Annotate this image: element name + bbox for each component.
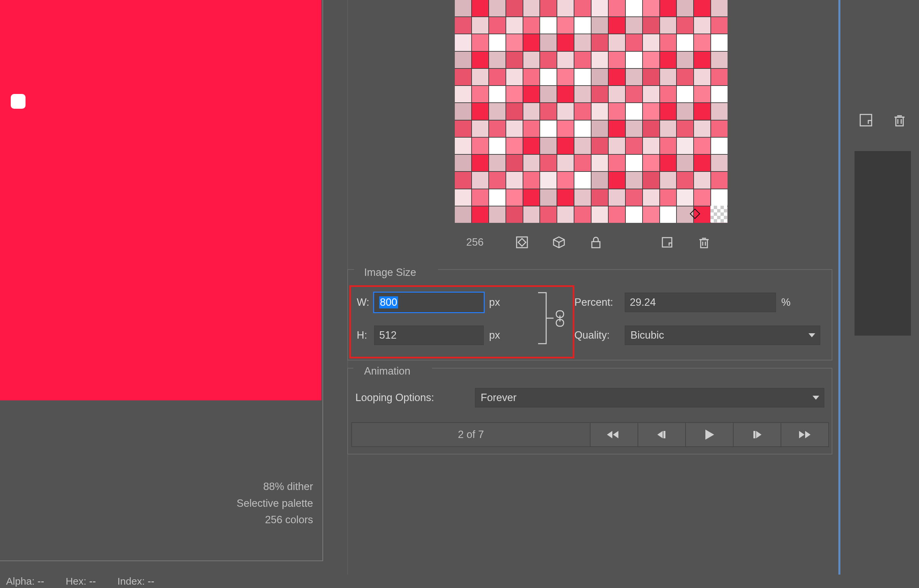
color-swatch[interactable] xyxy=(472,172,488,188)
color-swatch[interactable] xyxy=(540,34,557,51)
color-swatch[interactable] xyxy=(694,34,710,51)
color-swatch[interactable] xyxy=(609,86,625,102)
color-swatch[interactable] xyxy=(574,86,591,102)
color-swatch[interactable] xyxy=(557,189,574,206)
color-swatch[interactable] xyxy=(609,34,625,51)
color-swatch[interactable] xyxy=(711,86,728,102)
color-swatch[interactable] xyxy=(489,86,506,102)
color-swatch[interactable] xyxy=(489,52,506,68)
color-swatch[interactable] xyxy=(592,52,608,68)
color-swatch[interactable] xyxy=(592,172,608,188)
color-swatch[interactable] xyxy=(506,155,523,171)
color-swatch[interactable] xyxy=(574,172,591,188)
color-swatch[interactable] xyxy=(557,34,574,51)
color-swatch[interactable] xyxy=(626,137,642,154)
color-swatch[interactable] xyxy=(506,69,523,85)
color-swatch[interactable] xyxy=(660,86,676,102)
color-swatch[interactable] xyxy=(540,69,557,85)
color-swatch[interactable] xyxy=(524,0,540,16)
color-swatch[interactable] xyxy=(711,189,728,206)
color-swatch[interactable] xyxy=(626,34,642,51)
color-swatch[interactable] xyxy=(609,69,625,85)
color-swatch[interactable] xyxy=(694,17,710,34)
color-swatch[interactable] xyxy=(506,52,523,68)
color-swatch[interactable] xyxy=(557,121,574,137)
color-swatch[interactable] xyxy=(694,155,710,171)
color-swatch[interactable] xyxy=(489,17,506,34)
color-swatch[interactable] xyxy=(506,172,523,188)
color-swatch[interactable] xyxy=(455,189,471,206)
color-swatch[interactable] xyxy=(557,86,574,102)
color-swatch[interactable] xyxy=(489,172,506,188)
color-swatch[interactable] xyxy=(524,34,540,51)
color-table[interactable] xyxy=(455,0,728,223)
color-swatch[interactable] xyxy=(660,121,676,137)
color-swatch[interactable] xyxy=(489,207,506,223)
percent-input[interactable]: 29.24 xyxy=(625,292,776,312)
play-button[interactable] xyxy=(685,423,733,446)
color-swatch[interactable] xyxy=(489,34,506,51)
color-swatch[interactable] xyxy=(557,172,574,188)
color-swatch[interactable] xyxy=(626,0,642,16)
color-swatch[interactable] xyxy=(660,103,676,120)
color-swatch[interactable] xyxy=(489,189,506,206)
color-swatch[interactable] xyxy=(524,17,540,34)
color-swatch[interactable] xyxy=(677,17,693,34)
color-swatch[interactable] xyxy=(643,189,660,206)
color-swatch[interactable] xyxy=(524,52,540,68)
color-swatch[interactable] xyxy=(711,0,728,16)
color-swatch[interactable] xyxy=(524,103,540,120)
color-swatch[interactable] xyxy=(574,0,591,16)
color-swatch[interactable] xyxy=(574,69,591,85)
color-swatch[interactable] xyxy=(694,207,710,223)
color-swatch[interactable] xyxy=(489,103,506,120)
color-swatch[interactable] xyxy=(592,69,608,85)
color-swatch[interactable] xyxy=(643,207,660,223)
color-swatch[interactable] xyxy=(660,0,676,16)
color-swatch[interactable] xyxy=(609,0,625,16)
color-swatch[interactable] xyxy=(711,34,728,51)
color-swatch[interactable] xyxy=(574,121,591,137)
color-swatch[interactable] xyxy=(524,207,540,223)
color-swatch[interactable] xyxy=(472,34,488,51)
color-swatch[interactable] xyxy=(694,137,710,154)
color-swatch[interactable] xyxy=(643,121,660,137)
color-swatch[interactable] xyxy=(609,189,625,206)
color-swatch[interactable] xyxy=(677,207,693,223)
color-swatch[interactable] xyxy=(677,121,693,137)
color-swatch[interactable] xyxy=(540,52,557,68)
color-swatch[interactable] xyxy=(574,207,591,223)
preview-image[interactable] xyxy=(0,0,321,401)
color-swatch[interactable] xyxy=(574,52,591,68)
color-swatch[interactable] xyxy=(592,103,608,120)
color-swatch[interactable] xyxy=(455,103,471,120)
color-swatch[interactable] xyxy=(677,103,693,120)
color-swatch[interactable] xyxy=(557,52,574,68)
color-swatch[interactable] xyxy=(592,86,608,102)
color-swatch[interactable] xyxy=(489,69,506,85)
color-swatch[interactable] xyxy=(677,34,693,51)
color-swatch[interactable] xyxy=(489,137,506,154)
color-swatch[interactable] xyxy=(506,207,523,223)
rewind-button[interactable] xyxy=(590,423,637,446)
color-swatch[interactable] xyxy=(540,137,557,154)
panel-divider[interactable] xyxy=(838,0,840,575)
color-swatch[interactable] xyxy=(489,121,506,137)
color-swatch[interactable] xyxy=(540,155,557,171)
height-input[interactable]: 512 xyxy=(374,326,484,345)
color-swatch[interactable] xyxy=(643,34,660,51)
next-frame-button[interactable] xyxy=(733,423,781,446)
color-swatch[interactable] xyxy=(472,17,488,34)
color-swatch[interactable] xyxy=(557,17,574,34)
color-swatch[interactable] xyxy=(660,189,676,206)
color-swatch[interactable] xyxy=(540,121,557,137)
color-swatch[interactable] xyxy=(489,155,506,171)
new-document-icon[interactable] xyxy=(857,111,875,129)
color-swatch[interactable] xyxy=(643,155,660,171)
color-swatch[interactable] xyxy=(506,17,523,34)
color-swatch[interactable] xyxy=(643,69,660,85)
color-swatch[interactable] xyxy=(626,17,642,34)
color-swatch[interactable] xyxy=(506,137,523,154)
color-swatch[interactable] xyxy=(506,0,523,16)
color-swatch[interactable] xyxy=(574,137,591,154)
